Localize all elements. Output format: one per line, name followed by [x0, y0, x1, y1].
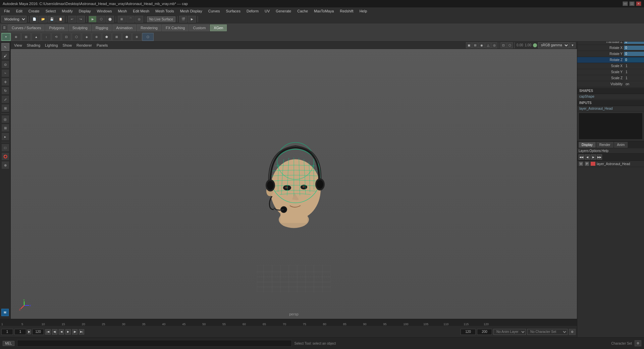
- redo-button[interactable]: ↪: [77, 16, 85, 22]
- menu-mesh-display[interactable]: Mesh Display: [177, 8, 205, 14]
- colorspace-select[interactable]: sRGB gamma: [538, 42, 569, 48]
- snap-point-button[interactable]: ◎: [135, 16, 143, 22]
- menu-display[interactable]: Display: [76, 8, 94, 14]
- menu-edit-mesh[interactable]: Edit Mesh: [130, 8, 152, 14]
- menu-curves[interactable]: Curves: [206, 8, 223, 14]
- tab-animation[interactable]: Animation: [112, 24, 136, 31]
- menu-deform[interactable]: Deform: [244, 8, 261, 14]
- shelf-icon-xgen[interactable]: ✦: [1, 33, 11, 41]
- shelf-icon-10[interactable]: ⊗: [92, 33, 101, 41]
- lasso-select[interactable]: ⭕: [1, 152, 9, 160]
- layer-visibility-toggle[interactable]: V: [579, 161, 583, 166]
- current-frame-input[interactable]: [1, 329, 13, 335]
- menu-redshift[interactable]: Redshift: [337, 8, 356, 14]
- menu-mesh-tools[interactable]: Mesh Tools: [153, 8, 176, 14]
- shelf-icon-9[interactable]: ◈: [82, 33, 91, 41]
- tab-rendering[interactable]: Rendering: [137, 24, 161, 31]
- move-tool[interactable]: ✛: [1, 78, 9, 86]
- layer-back-button[interactable]: ◀: [585, 154, 590, 160]
- render-tab[interactable]: Render: [596, 142, 613, 148]
- play-back-button[interactable]: ◀: [59, 329, 64, 335]
- menu-file[interactable]: File: [1, 8, 13, 14]
- shelf-icon-5[interactable]: ↕: [42, 33, 51, 41]
- vp-icon-cam[interactable]: ◉: [479, 42, 485, 48]
- sculpt-tool[interactable]: ⊙: [1, 60, 9, 68]
- view-menu[interactable]: View: [12, 43, 24, 48]
- paint-tool[interactable]: 🖌: [1, 52, 9, 60]
- workspace-dropdown[interactable]: Modeling: [1, 16, 26, 22]
- channel-value-rotate-x[interactable]: 0: [624, 46, 644, 50]
- timeline-settings-button[interactable]: ⚙: [569, 329, 576, 335]
- renderer-menu[interactable]: Renderer: [74, 43, 94, 48]
- vp-icon-select[interactable]: ▣: [466, 42, 472, 48]
- universal-manip-tool[interactable]: ⊞: [1, 104, 9, 112]
- shapes-item-capshape[interactable]: capShape: [577, 94, 644, 99]
- vp-icon-3[interactable]: △: [485, 42, 491, 48]
- snap-curve-button[interactable]: ⌒: [126, 16, 135, 22]
- maximize-button[interactable]: □: [629, 1, 635, 6]
- paint-sel-button[interactable]: ⬤: [106, 16, 114, 22]
- shelf-icon-14[interactable]: ⊛: [132, 33, 142, 41]
- show-manip-tool[interactable]: ▸: [1, 133, 9, 141]
- open-scene-button[interactable]: 📂: [39, 16, 47, 22]
- tab-rigging[interactable]: Rigging: [92, 24, 112, 31]
- layer-prev-button[interactable]: ◀◀: [579, 154, 584, 160]
- tab-fx-caching[interactable]: FX Caching: [162, 24, 189, 31]
- menu-maxtomaya[interactable]: MaxToMaya: [311, 8, 336, 14]
- vp-icon-5[interactable]: ⊡: [500, 42, 506, 48]
- layer-fwd-button[interactable]: ▶: [591, 154, 596, 160]
- shelf-icon-3[interactable]: ⊞: [21, 33, 31, 41]
- menu-create[interactable]: Create: [26, 8, 42, 14]
- menu-cache[interactable]: Cache: [294, 8, 311, 14]
- command-input[interactable]: [17, 340, 292, 347]
- menu-edit[interactable]: Edit: [13, 8, 25, 14]
- show-menu[interactable]: Show: [61, 43, 74, 48]
- play-forward-button[interactable]: ▶: [65, 329, 71, 335]
- shading-menu[interactable]: Shading: [25, 43, 42, 48]
- box-select[interactable]: □: [1, 144, 9, 152]
- save-as-button[interactable]: 📋: [56, 16, 64, 22]
- shelf-icon-11[interactable]: ⬟: [102, 33, 111, 41]
- character-set-select[interactable]: No Character Set: [527, 329, 568, 335]
- step-forward-button[interactable]: |▶: [72, 329, 77, 335]
- vp-icon-4[interactable]: ◎: [491, 42, 497, 48]
- soft-mod-tool[interactable]: ◎: [1, 115, 9, 123]
- curve-tool[interactable]: ~: [1, 69, 9, 77]
- lattice-tool[interactable]: ⊞: [1, 124, 9, 132]
- drill-select[interactable]: ⊕: [1, 161, 9, 169]
- shelf-icon-7[interactable]: ⊡: [62, 33, 71, 41]
- tab-sculpting[interactable]: Sculpting: [69, 24, 91, 31]
- shelf-icon-8[interactable]: ⬡: [72, 33, 81, 41]
- max-time-input[interactable]: [477, 329, 492, 335]
- render-region-button[interactable]: 🎬: [179, 16, 187, 22]
- display-tab[interactable]: Display: [579, 142, 596, 148]
- scale-tool[interactable]: ⤢: [1, 95, 9, 103]
- vp-icon-grid[interactable]: ⊞: [472, 42, 478, 48]
- menu-select[interactable]: Select: [43, 8, 59, 14]
- menu-modify[interactable]: Modify: [59, 8, 75, 14]
- playback-start-input[interactable]: [14, 329, 26, 335]
- tab-xgen[interactable]: XGen: [210, 24, 227, 31]
- layers-menu[interactable]: Layers: [579, 149, 589, 153]
- channel-value-scale-x[interactable]: 1: [624, 63, 644, 68]
- anim-tab[interactable]: Anim: [614, 142, 628, 148]
- tab-custom[interactable]: Custom: [189, 24, 209, 31]
- new-scene-button[interactable]: 📄: [30, 16, 38, 22]
- select-tool[interactable]: ↖: [1, 43, 9, 51]
- channel-value-rotate-z[interactable]: 0: [624, 58, 644, 62]
- lasso-tool-button[interactable]: ⬡: [97, 16, 105, 22]
- menu-windows[interactable]: Windows: [94, 8, 115, 14]
- shelf-icon-4[interactable]: ▲: [32, 33, 41, 41]
- go-to-start-button[interactable]: |◀: [45, 329, 51, 335]
- undo-button[interactable]: ↩: [68, 16, 76, 22]
- shelf-icon-2[interactable]: ⊕: [11, 33, 21, 41]
- status-settings-button[interactable]: ⚙: [635, 340, 641, 346]
- inputs-item-layer[interactable]: layer_Astronaut_Head: [577, 106, 644, 111]
- shelf-icon-hexagon[interactable]: ⬡: [142, 33, 154, 41]
- panels-menu[interactable]: Panels: [95, 43, 110, 48]
- anim-layer-select[interactable]: No Anim Layer: [493, 329, 526, 335]
- channel-value-scale-z[interactable]: 1: [624, 76, 644, 81]
- tab-polygons[interactable]: Polygons: [45, 24, 68, 31]
- range-toggle[interactable]: ▶: [28, 330, 31, 334]
- tab-menu-button[interactable]: ☰: [1, 25, 7, 31]
